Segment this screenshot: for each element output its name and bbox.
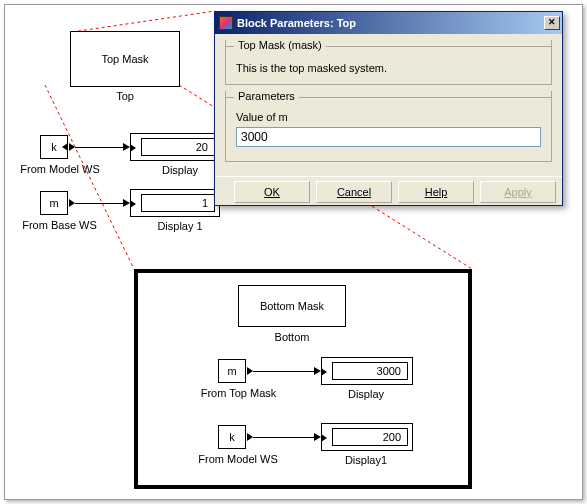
label-display1: Display 1 [130, 220, 230, 232]
block-display[interactable]: 20 [130, 133, 220, 161]
svg-line-1 [45, 85, 134, 269]
svg-line-0 [72, 11, 215, 32]
apply-button[interactable]: Apply [480, 181, 556, 203]
mask-group-legend: Top Mask (mask) [234, 39, 326, 51]
detail-block-display1[interactable]: 200 [321, 423, 413, 451]
detail-label-display: Display [321, 388, 411, 400]
detail-block-display[interactable]: 3000 [321, 357, 413, 385]
close-icon[interactable]: ✕ [544, 16, 560, 30]
display1-value: 1 [202, 197, 208, 209]
ok-button[interactable]: OK [234, 181, 310, 203]
label-from-top-mask: From Top Mask [191, 387, 286, 399]
block-from-model-ws-text: k [51, 141, 57, 153]
detail-label-display1: Display1 [321, 454, 411, 466]
detail-block-from-model-ws[interactable]: k [218, 425, 246, 449]
dialog-button-row: OK Cancel Help Apply [215, 176, 562, 205]
params-group-legend: Parameters [234, 90, 299, 102]
detail-display1-value: 200 [383, 431, 401, 443]
block-parameters-dialog: Block Parameters: Top ✕ Top Mask (mask) … [214, 11, 563, 206]
help-button[interactable]: Help [398, 181, 474, 203]
detail-block-from-model-ws-text: k [229, 431, 235, 443]
param-m-input[interactable] [236, 127, 541, 147]
block-display1[interactable]: 1 [130, 189, 220, 217]
label-from-base-ws: From Base WS [17, 219, 102, 231]
param-m-label: Value of m [236, 111, 541, 123]
simulink-icon [219, 16, 233, 30]
diagram-canvas: Top Mask Top k From Model WS 20 Display … [4, 4, 583, 500]
dialog-title: Block Parameters: Top [237, 17, 544, 29]
cancel-button[interactable]: Cancel [316, 181, 392, 203]
block-top-mask-text: Top Mask [101, 53, 148, 65]
block-top-mask[interactable]: Top Mask [70, 31, 180, 87]
mask-description: This is the top masked system. [236, 62, 541, 74]
block-bottom-mask[interactable]: Bottom Mask [238, 285, 346, 327]
display-value: 20 [196, 141, 208, 153]
label-bottom: Bottom [238, 331, 346, 343]
detail-label-from-model-ws: From Model WS [188, 453, 288, 465]
block-from-model-ws[interactable]: k [40, 135, 68, 159]
block-from-top-mask[interactable]: m [218, 359, 246, 383]
dialog-titlebar[interactable]: Block Parameters: Top ✕ [215, 12, 562, 34]
detail-frame: Bottom Mask Bottom m From Top Mask 3000 … [134, 269, 472, 489]
mask-description-group: Top Mask (mask) This is the top masked s… [225, 40, 552, 85]
block-bottom-mask-text: Bottom Mask [260, 300, 324, 312]
block-from-top-mask-text: m [227, 365, 236, 377]
block-from-base-ws-text: m [49, 197, 58, 209]
label-from-model-ws: From Model WS [15, 163, 105, 175]
parameters-group: Parameters Value of m [225, 91, 552, 162]
block-from-base-ws[interactable]: m [40, 191, 68, 215]
detail-display-value: 3000 [377, 365, 401, 377]
label-top: Top [70, 90, 180, 102]
